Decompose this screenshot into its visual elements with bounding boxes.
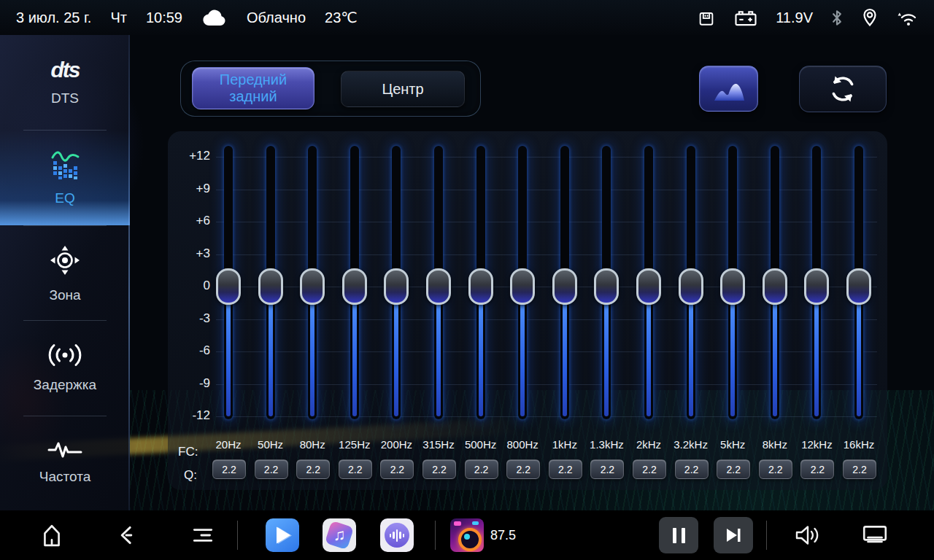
- next-track-button[interactable]: [714, 517, 753, 553]
- bottom-bar-divider: [435, 521, 436, 550]
- eq-slider-fill: [479, 287, 483, 416]
- car-battery-icon: [733, 8, 758, 28]
- preset-curve-button[interactable]: [699, 66, 758, 112]
- eq-slider-thumb[interactable]: [552, 268, 577, 305]
- scale-label: +9: [168, 182, 210, 196]
- eq-slider-track[interactable]: [518, 146, 527, 419]
- status-temperature: 23℃: [325, 9, 358, 26]
- eq-slider-thumb[interactable]: [342, 268, 367, 305]
- band-q-button[interactable]: 2.2: [296, 459, 330, 479]
- eq-slider-track[interactable]: [434, 146, 443, 419]
- band-q-button[interactable]: 2.2: [843, 459, 876, 479]
- eq-slider-fill: [394, 287, 398, 416]
- sidebar-item-label: Частота: [39, 469, 90, 485]
- eq-slider-track[interactable]: [602, 146, 611, 419]
- eq-slider-track[interactable]: [728, 146, 737, 419]
- eq-slider-thumb[interactable]: [846, 268, 871, 305]
- menu-button[interactable]: [188, 523, 217, 548]
- sidebar-item-zone[interactable]: Зона: [0, 225, 130, 320]
- band-q-button[interactable]: 2.2: [633, 459, 666, 479]
- band-q-button[interactable]: 2.2: [800, 459, 834, 479]
- eq-slider-fill: [730, 287, 735, 416]
- bottom-bar-divider: [766, 521, 767, 550]
- band-frequency-label: 1.3kHz: [585, 438, 628, 451]
- eq-slider-thumb[interactable]: [384, 268, 409, 305]
- band-q-button[interactable]: 2.2: [506, 459, 540, 479]
- eq-slider-thumb[interactable]: [636, 268, 661, 305]
- eq-slider-thumb[interactable]: [300, 268, 325, 305]
- eq-slider-track[interactable]: [687, 146, 695, 419]
- band-q-button[interactable]: 2.2: [339, 459, 372, 479]
- eq-slider-track[interactable]: [350, 146, 359, 419]
- bluetooth-icon: [830, 8, 844, 28]
- eq-slider-track[interactable]: [854, 146, 863, 419]
- band-frequency-label: 800Hz: [501, 438, 544, 451]
- back-button[interactable]: [112, 523, 142, 548]
- sidebar-item-dts[interactable]: dts DTS: [0, 35, 130, 130]
- band-frequency-label: 500Hz: [460, 438, 502, 451]
- eq-slider-thumb[interactable]: [763, 268, 787, 305]
- band-q-button[interactable]: 2.2: [465, 459, 498, 479]
- eq-slider-thumb[interactable]: [216, 268, 241, 305]
- eq-band: 1.3kHz 2.2: [585, 131, 628, 490]
- band-q-button[interactable]: 2.2: [717, 459, 750, 479]
- eq-slider-track[interactable]: [644, 146, 653, 419]
- band-q-button[interactable]: 2.2: [255, 459, 288, 479]
- eq-slider-thumb[interactable]: [258, 268, 283, 305]
- volume-button[interactable]: [792, 524, 823, 547]
- eq-slider-track[interactable]: [266, 146, 275, 419]
- sidebar-item-delay[interactable]: Задержка: [0, 320, 130, 415]
- eq-slider-fill: [269, 287, 273, 416]
- eq-slider-track[interactable]: [392, 146, 401, 419]
- eq-slider-fill: [226, 287, 231, 416]
- sidebar-item-label: Зона: [49, 287, 80, 303]
- eq-slider-thumb[interactable]: [594, 268, 619, 305]
- sidebar-item-eq[interactable]: EQ: [0, 130, 130, 225]
- screen-off-button[interactable]: [860, 524, 890, 547]
- band-frequency-label: 125Hz: [333, 438, 376, 451]
- music-app-icon[interactable]: ♫: [323, 518, 356, 552]
- band-q-button[interactable]: 2.2: [422, 459, 456, 479]
- band-q-button[interactable]: 2.2: [212, 459, 246, 479]
- band-frequency-label: 3.2kHz: [670, 438, 712, 451]
- tab-center[interactable]: Центр: [341, 71, 465, 107]
- band-frequency-label: 12kHz: [795, 438, 838, 451]
- sidebar-item-frequency[interactable]: Частота: [0, 416, 130, 510]
- eq-slider-track[interactable]: [224, 146, 233, 419]
- eq-slider-thumb[interactable]: [804, 268, 829, 305]
- voice-app-icon[interactable]: [380, 518, 414, 552]
- band-q-button[interactable]: 2.2: [549, 459, 582, 479]
- eq-slider-fill: [773, 287, 777, 416]
- eq-slider-track[interactable]: [771, 146, 779, 419]
- usb-icon: [697, 8, 716, 28]
- dts-logo-icon: dts: [51, 59, 80, 81]
- pause-button[interactable]: [659, 517, 698, 553]
- eq-band: 16kHz 2.2: [838, 131, 880, 490]
- band-q-button[interactable]: 2.2: [380, 459, 414, 479]
- status-voltage: 11.9V: [776, 9, 813, 26]
- eq-slider-thumb[interactable]: [510, 268, 535, 305]
- band-q-button[interactable]: 2.2: [759, 459, 792, 479]
- band-frequency-label: 315Hz: [417, 438, 460, 451]
- eq-slider-track[interactable]: [476, 146, 485, 419]
- scale-label: -9: [168, 376, 210, 391]
- home-button[interactable]: [37, 523, 66, 548]
- band-q-button[interactable]: 2.2: [590, 459, 624, 479]
- tab-front-rear[interactable]: Передний задний: [192, 67, 314, 109]
- eq-slider-thumb[interactable]: [426, 268, 451, 305]
- band-frequency-label: 20Hz: [207, 438, 250, 451]
- eq-slider-thumb[interactable]: [468, 268, 493, 305]
- band-q-button[interactable]: 2.2: [675, 459, 709, 479]
- play-app-icon[interactable]: [266, 518, 299, 552]
- eq-band: 50Hz 2.2: [250, 131, 292, 490]
- reset-button[interactable]: [799, 66, 887, 112]
- radio-app-icon[interactable]: [450, 518, 484, 552]
- eq-slider-track[interactable]: [812, 146, 821, 419]
- eq-slider-thumb[interactable]: [679, 268, 703, 305]
- eq-slider-track[interactable]: [308, 146, 317, 419]
- status-condition: Облачно: [247, 9, 306, 26]
- eq-slider-track[interactable]: [560, 146, 569, 419]
- eq-band: 20Hz 2.2: [207, 131, 250, 490]
- eq-slider-thumb[interactable]: [720, 268, 745, 305]
- eq-band: 315Hz 2.2: [417, 131, 460, 490]
